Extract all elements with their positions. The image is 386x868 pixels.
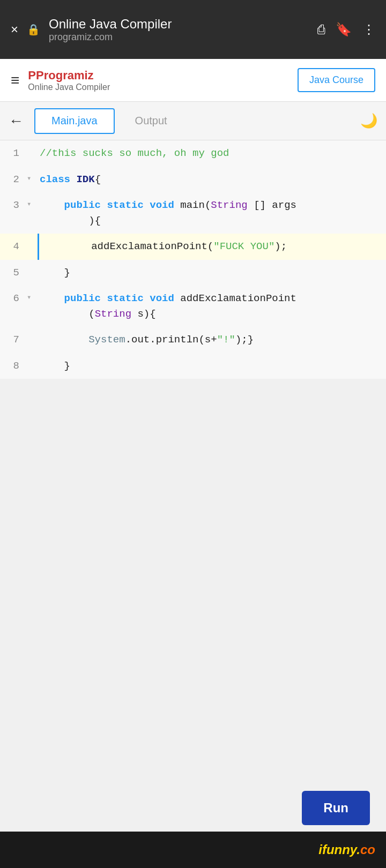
code-content-4: addExclamationPoint("FUCK YOU");: [38, 234, 386, 260]
code-content-2: class IDK{: [36, 167, 386, 193]
line-number-4: 4: [0, 234, 27, 255]
back-button[interactable]: ←: [9, 113, 24, 130]
code-content-8: }: [36, 353, 386, 379]
line-number-8: 8: [0, 353, 27, 374]
lock-icon: 🔒: [27, 23, 40, 36]
browser-bar-right: ⎙ 🔖 ⋮: [317, 22, 375, 37]
logo-text: PProgramiz: [28, 69, 298, 83]
logo-subtitle: Online Java Compiler: [28, 83, 298, 92]
line-number-1: 1: [0, 140, 27, 161]
run-button[interactable]: Run: [302, 791, 370, 825]
share-icon[interactable]: ⎙: [317, 22, 325, 37]
line-number-2: 2: [0, 167, 27, 188]
code-content-6: public static void addExclamationPoint (…: [36, 286, 386, 327]
hamburger-menu[interactable]: ≡: [11, 72, 19, 89]
code-line-5: 5 }: [0, 260, 386, 286]
code-line-8: 8 }: [0, 353, 386, 379]
code-content-1: //this sucks so much, oh my god: [36, 140, 386, 167]
more-icon[interactable]: ⋮: [362, 22, 375, 37]
code-content-3: public static void main(String [] args )…: [36, 192, 386, 234]
line-number-6: 6: [0, 286, 27, 306]
code-line-4: 4 addExclamationPoint("FUCK YOU");: [0, 234, 386, 260]
tab-main-java[interactable]: Main.java: [34, 108, 115, 134]
line-number-7: 7: [0, 327, 27, 348]
logo-block: PProgramiz Online Java Compiler: [28, 69, 298, 92]
browser-title-block: Online Java Compiler programiz.com: [49, 17, 172, 43]
site-header: ≡ PProgramiz Online Java Compiler Java C…: [0, 59, 386, 102]
tab-output[interactable]: Output: [119, 108, 183, 134]
browser-bar: × 🔒 Online Java Compiler programiz.com ⎙…: [0, 0, 386, 59]
line-number-5: 5: [0, 260, 27, 281]
line-number-3: 3: [0, 192, 27, 213]
browser-bar-left: × 🔒 Online Java Compiler programiz.com: [11, 17, 309, 43]
browser-url: programiz.com: [49, 32, 172, 43]
code-content-5: }: [36, 260, 386, 286]
browser-title: Online Java Compiler: [49, 17, 172, 32]
java-course-button[interactable]: Java Course: [298, 68, 375, 92]
code-line-2: 2 ▾ class IDK{: [0, 167, 386, 193]
code-editor[interactable]: 1 //this sucks so much, oh my god 2 ▾ cl…: [0, 140, 386, 379]
bottom-bar: ifunny.co: [0, 832, 386, 868]
code-line-7: 7 System.out.println(s+"!");}: [0, 327, 386, 353]
ifunny-logo: ifunny.co: [318, 842, 375, 857]
close-icon[interactable]: ×: [11, 22, 18, 37]
dark-mode-icon[interactable]: 🌙: [360, 113, 377, 129]
bookmark-icon[interactable]: 🔖: [336, 22, 352, 37]
code-line-3: 3 ▾ public static void main(String [] ar…: [0, 192, 386, 234]
code-content-7: System.out.println(s+"!");}: [36, 327, 386, 353]
code-line-1: 1 //this sucks so much, oh my god: [0, 140, 386, 167]
code-line-6: 6 ▾ public static void addExclamationPoi…: [0, 286, 386, 327]
tab-bar: ← Main.java Output 🌙: [0, 102, 386, 140]
